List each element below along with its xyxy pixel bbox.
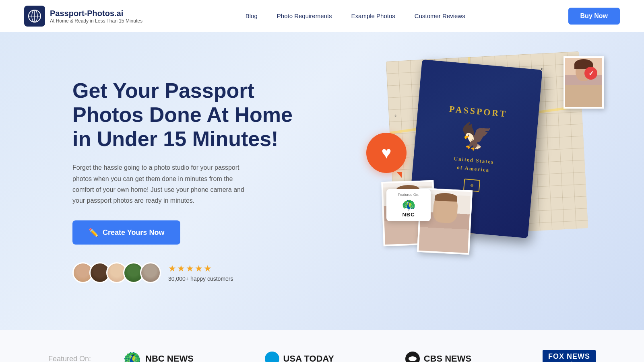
- passport-country-text: United Statesof America: [453, 154, 494, 175]
- hero-content: Get Your Passport Photos Done At Home in…: [72, 79, 306, 283]
- review-count: 30,000+ happy customers: [168, 276, 233, 282]
- passport-title-text: PASSPORT: [449, 104, 508, 119]
- fox-news-text: FOX NEWS: [548, 352, 590, 360]
- buy-now-button[interactable]: Buy Now: [568, 8, 620, 25]
- brand-tagline: At Home & Ready in Less Than 15 Minutes: [50, 18, 142, 24]
- nbc-peacock-icon: 🦚: [402, 198, 416, 212]
- featured-logos: 🦚 NBC NEWS USA TODAY CBS NEWS FOX NEWS m…: [123, 350, 596, 362]
- navbar: Passport-Photos.ai At Home & Ready in Le…: [0, 0, 644, 32]
- passport-photo-female: ✓: [564, 56, 604, 109]
- logo-icon: [24, 6, 45, 27]
- avatar-5: [140, 262, 161, 283]
- nav-links: Blog Photo Requirements Example Photos C…: [246, 12, 465, 19]
- hero-description: Forget the hassle going to a photo studi…: [72, 162, 246, 206]
- nbc-news-text: NBC NEWS: [145, 354, 194, 362]
- usa-today-text: USA TODAY: [283, 354, 334, 362]
- hero-title: Get Your Passport Photos Done At Home in…: [72, 79, 306, 151]
- brand-name: Passport-Photos.ai: [50, 8, 142, 18]
- hero-image: A B C 2 3 4 R/3 5 6 PASSPORT 🦅 United St…: [306, 56, 596, 306]
- create-button-label: Create Yours Now: [103, 228, 164, 237]
- heart-icon: ♥: [382, 143, 392, 162]
- create-yours-now-button[interactable]: ✏️ Create Yours Now: [72, 220, 180, 245]
- review-summary: ★★★★★ 30,000+ happy customers: [168, 263, 233, 282]
- wand-icon: ✏️: [89, 228, 99, 237]
- featured-label: Featured On:: [48, 355, 91, 362]
- nbc-news-logo: 🦚 NBC NEWS: [123, 350, 194, 362]
- hero-section: Get Your Passport Photos Done At Home in…: [0, 32, 644, 330]
- avatar-group: [72, 262, 161, 283]
- fox-news-logo: FOX NEWS media: [543, 350, 596, 362]
- nav-link-blog[interactable]: Blog: [246, 12, 258, 19]
- social-proof: ★★★★★ 30,000+ happy customers: [72, 262, 306, 283]
- logo[interactable]: Passport-Photos.ai At Home & Ready in Le…: [24, 6, 142, 27]
- nav-link-photo-requirements[interactable]: Photo Requirements: [277, 12, 332, 19]
- approval-check-badge: ✓: [584, 67, 597, 80]
- nbc-featured-badge: Featured On: 🦚 NBC: [386, 189, 431, 221]
- nav-link-customer-reviews[interactable]: Customer Reviews: [415, 12, 465, 19]
- cbs-eye-icon: [405, 352, 420, 362]
- logo-text: Passport-Photos.ai At Home & Ready in Le…: [50, 8, 142, 24]
- featured-section: Featured On: 🦚 NBC NEWS USA TODAY CBS NE…: [0, 330, 644, 362]
- nbc-featured-label: Featured On:: [398, 193, 419, 197]
- passport-eagle-seal: 🦅: [459, 120, 493, 153]
- chat-heart-bubble: ♥: [366, 133, 407, 173]
- cbs-news-text: CBS NEWS: [424, 354, 472, 362]
- cbs-news-logo: CBS NEWS: [405, 352, 472, 362]
- nav-link-example-photos[interactable]: Example Photos: [351, 12, 395, 19]
- star-rating: ★★★★★: [168, 263, 233, 274]
- usa-today-logo: USA TODAY: [265, 352, 334, 362]
- nbc-logo-text: NBC: [402, 212, 415, 218]
- cbs-eye-inner: [409, 356, 417, 361]
- passport-collage: A B C 2 3 4 R/3 5 6 PASSPORT 🦅 United St…: [378, 44, 612, 278]
- usa-today-circle-icon: [265, 352, 279, 362]
- nbc-peacock-large-icon: 🦚: [123, 350, 141, 362]
- person-silhouette-female: [565, 58, 602, 107]
